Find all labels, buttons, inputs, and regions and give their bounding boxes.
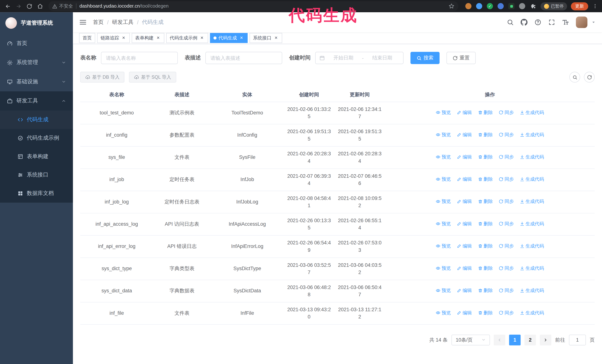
sidebar-item-system-api[interactable]: 系统接口 xyxy=(0,166,73,184)
browser-menu-icon[interactable] xyxy=(591,2,599,10)
delete-link[interactable]: 删除 xyxy=(478,154,493,160)
delete-link[interactable]: 删除 xyxy=(478,242,493,249)
edit-link[interactable]: 编辑 xyxy=(457,265,472,272)
edit-link[interactable]: 编辑 xyxy=(457,131,472,138)
sync-link[interactable]: 同步 xyxy=(499,220,514,227)
generate-code-link[interactable]: 生成代码 xyxy=(520,287,544,294)
extension-icon-2[interactable] xyxy=(476,3,482,9)
edit-link[interactable]: 编辑 xyxy=(457,242,472,249)
generate-code-link[interactable]: 生成代码 xyxy=(520,242,544,249)
sidebar-item-form-builder[interactable]: 表单构建 xyxy=(0,147,73,166)
github-icon[interactable] xyxy=(521,19,527,26)
fullscreen-icon[interactable] xyxy=(548,19,555,26)
preview-link[interactable]: 预览 xyxy=(436,242,451,249)
import-sql-button[interactable]: 基于 SQL 导入 xyxy=(129,72,176,83)
extension-icon-4[interactable] xyxy=(497,3,504,9)
edit-link[interactable]: 编辑 xyxy=(457,220,472,227)
edit-link[interactable]: 编辑 xyxy=(457,287,472,294)
sync-link[interactable]: 同步 xyxy=(499,176,514,183)
browser-home-icon[interactable] xyxy=(35,1,45,11)
sync-link[interactable]: 同步 xyxy=(499,198,514,205)
close-icon[interactable]: × xyxy=(273,35,279,41)
tab-trace[interactable]: 链路追踪× xyxy=(97,33,130,43)
generate-code-link[interactable]: 生成代码 xyxy=(520,265,544,272)
bookmark-star-icon[interactable] xyxy=(448,3,455,9)
prev-page-button[interactable] xyxy=(494,334,505,345)
browser-refresh-icon[interactable] xyxy=(25,1,34,11)
date-range-picker[interactable]: 开始日期 - 结束日期 xyxy=(315,52,404,64)
edit-link[interactable]: 编辑 xyxy=(457,154,472,160)
table-name-input[interactable] xyxy=(101,52,178,64)
close-icon[interactable]: × xyxy=(239,35,244,41)
address-bar[interactable]: 不安全 dashboard.yudao.iocoder.cn/tool/code… xyxy=(48,1,458,11)
font-size-icon[interactable] xyxy=(562,19,569,26)
generate-code-link[interactable]: 生成代码 xyxy=(520,131,544,138)
edit-link[interactable]: 编辑 xyxy=(457,109,472,116)
tab-form-builder[interactable]: 表单构建× xyxy=(132,33,164,43)
edit-link[interactable]: 编辑 xyxy=(457,176,472,183)
tab-codegen-example[interactable]: 代码生成示例× xyxy=(166,33,208,43)
edit-link[interactable]: 编辑 xyxy=(457,198,472,205)
help-icon[interactable] xyxy=(534,19,541,26)
toggle-search-button[interactable] xyxy=(570,72,580,83)
browser-update-button[interactable]: 更新 xyxy=(571,2,588,10)
preview-link[interactable]: 预览 xyxy=(436,220,451,227)
tab-codegen[interactable]: 代码生成× xyxy=(210,33,248,43)
delete-link[interactable]: 删除 xyxy=(478,109,493,116)
extension-icon-6[interactable] xyxy=(519,3,525,9)
sync-link[interactable]: 同步 xyxy=(499,131,514,138)
generate-code-link[interactable]: 生成代码 xyxy=(520,198,544,205)
edit-link[interactable]: 编辑 xyxy=(457,309,472,316)
sidebar-item-system[interactable]: 系统管理 xyxy=(0,53,73,72)
next-page-button[interactable] xyxy=(540,334,551,345)
delete-link[interactable]: 删除 xyxy=(478,265,493,272)
sync-link[interactable]: 同步 xyxy=(499,309,514,316)
sync-link[interactable]: 同步 xyxy=(499,154,514,160)
sidebar-item-codegen[interactable]: 代码生成 xyxy=(0,111,73,129)
hamburger-icon[interactable] xyxy=(79,18,87,26)
sidebar-item-home[interactable]: 首页 xyxy=(0,34,73,53)
extension-icon-5[interactable] xyxy=(508,3,514,9)
breadcrumb-home[interactable]: 首页 xyxy=(93,19,104,26)
preview-link[interactable]: 预览 xyxy=(436,176,451,183)
tab-home[interactable]: 首页 xyxy=(79,33,95,43)
sync-link[interactable]: 同步 xyxy=(499,242,514,249)
browser-back-icon[interactable] xyxy=(3,1,12,11)
generate-code-link[interactable]: 生成代码 xyxy=(520,109,544,116)
breadcrumb-section[interactable]: 研发工具 xyxy=(112,19,134,26)
delete-link[interactable]: 删除 xyxy=(478,131,493,138)
sidebar-item-codegen-example[interactable]: 代码生成示例 xyxy=(0,129,73,147)
delete-link[interactable]: 删除 xyxy=(478,287,493,294)
page-size-select[interactable]: 10条/页 xyxy=(452,334,490,345)
close-icon[interactable]: × xyxy=(155,35,161,41)
goto-page-input[interactable] xyxy=(569,334,586,345)
preview-link[interactable]: 预览 xyxy=(436,309,451,316)
search-icon[interactable] xyxy=(507,19,514,26)
delete-link[interactable]: 删除 xyxy=(478,309,493,316)
page-button-1[interactable]: 1 xyxy=(509,334,520,345)
preview-link[interactable]: 预览 xyxy=(436,265,451,272)
extensions-puzzle-icon[interactable] xyxy=(530,3,536,9)
generate-code-link[interactable]: 生成代码 xyxy=(520,220,544,227)
page-button-2[interactable]: 2 xyxy=(524,334,536,345)
close-icon[interactable]: × xyxy=(121,35,126,41)
close-icon[interactable]: × xyxy=(199,35,205,41)
preview-link[interactable]: 预览 xyxy=(436,287,451,294)
browser-forward-icon[interactable] xyxy=(14,1,23,11)
profile-paused-badge[interactable]: 已暂停 xyxy=(540,2,567,10)
preview-link[interactable]: 预览 xyxy=(436,131,451,138)
user-avatar[interactable] xyxy=(576,16,587,28)
extension-icon-1[interactable] xyxy=(465,3,472,9)
sync-link[interactable]: 同步 xyxy=(499,287,514,294)
generate-code-link[interactable]: 生成代码 xyxy=(520,176,544,183)
preview-link[interactable]: 预览 xyxy=(436,109,451,116)
delete-link[interactable]: 删除 xyxy=(478,220,493,227)
table-desc-input[interactable] xyxy=(205,52,282,64)
reset-button[interactable]: 重置 xyxy=(447,52,476,64)
sync-link[interactable]: 同步 xyxy=(499,265,514,272)
refresh-list-button[interactable] xyxy=(584,72,595,83)
preview-link[interactable]: 预览 xyxy=(436,198,451,205)
generate-code-link[interactable]: 生成代码 xyxy=(520,309,544,316)
app-logo[interactable]: 芋道管理系统 xyxy=(0,12,73,34)
tab-system-api[interactable]: 系统接口× xyxy=(249,33,282,43)
